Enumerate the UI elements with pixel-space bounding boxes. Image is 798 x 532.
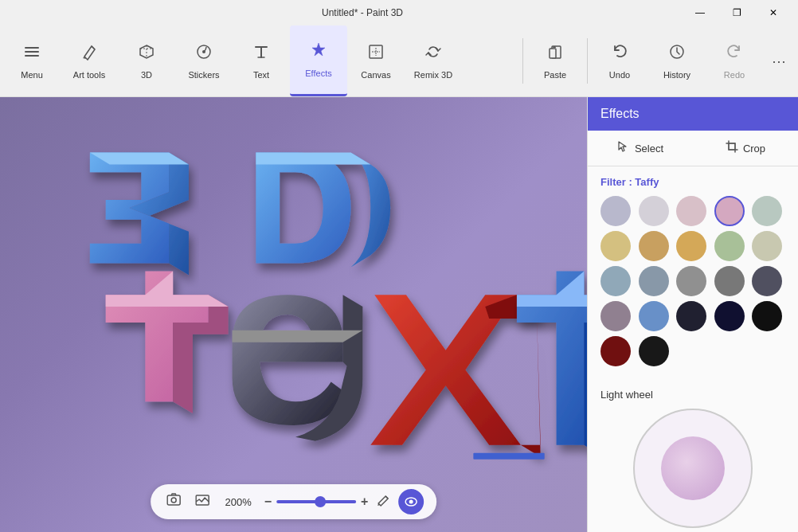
toolbar-item-text[interactable]: Text bbox=[233, 25, 290, 96]
svg-rect-10 bbox=[167, 495, 180, 505]
toolbar-item-canvas[interactable]: Canvas bbox=[347, 25, 405, 96]
effects-icon bbox=[310, 41, 327, 64]
panel-tools: Select Crop bbox=[588, 131, 798, 166]
menu-icon bbox=[23, 43, 41, 65]
minimize-button[interactable]: — bbox=[682, 0, 718, 25]
filter-swatch-6[interactable] bbox=[600, 231, 631, 261]
toolbar-item-history[interactable]: History bbox=[648, 25, 706, 96]
filter-section: Filter : Taffy bbox=[588, 166, 798, 379]
redo-icon bbox=[726, 43, 743, 65]
svg-point-11 bbox=[171, 498, 176, 503]
select-tool-icon bbox=[617, 140, 630, 156]
filter-swatch-12[interactable] bbox=[639, 266, 669, 296]
filter-grid bbox=[600, 196, 785, 366]
zoom-controls: − + bbox=[264, 495, 369, 509]
filter-swatch-5[interactable] bbox=[752, 196, 782, 226]
window-controls: — ❐ ✕ bbox=[682, 0, 792, 25]
zoom-slider[interactable] bbox=[276, 500, 356, 503]
filter-swatch-9[interactable] bbox=[714, 231, 745, 261]
toolbar-item-redo[interactable]: Redo bbox=[706, 25, 763, 96]
paste-icon bbox=[546, 43, 564, 65]
light-wheel-label: Light wheel bbox=[600, 389, 785, 401]
filter-swatch-2[interactable] bbox=[639, 196, 669, 226]
filter-swatch-22[interactable] bbox=[639, 336, 669, 366]
undo-icon bbox=[611, 43, 628, 65]
toolbar-item-3d[interactable]: 3D bbox=[118, 25, 175, 96]
filter-swatch-17[interactable] bbox=[639, 301, 669, 331]
select-tool-button[interactable]: Select bbox=[588, 131, 693, 166]
main-area: 200% − + bbox=[0, 97, 798, 532]
more-icon: ⋯ bbox=[772, 53, 786, 70]
filter-swatch-4[interactable] bbox=[714, 196, 745, 226]
toolbar-item-paste[interactable]: Paste bbox=[526, 25, 584, 96]
art-tools-label: Art tools bbox=[73, 70, 105, 80]
toolbar-item-remix3d[interactable]: Remix 3D bbox=[405, 25, 462, 96]
panel-header: Effects bbox=[588, 97, 798, 131]
light-wheel[interactable] bbox=[633, 409, 753, 528]
toolbar-item-menu[interactable]: Menu bbox=[3, 25, 61, 96]
pencil-edit-button[interactable] bbox=[376, 493, 390, 510]
crop-tool-button[interactable]: Crop bbox=[693, 131, 798, 166]
crop-tool-icon bbox=[726, 140, 738, 156]
image-view-button[interactable] bbox=[192, 491, 213, 512]
toolbar-item-art-tools[interactable]: Art tools bbox=[61, 25, 118, 96]
titlebar: Untitled* - Paint 3D — ❐ ✕ bbox=[0, 0, 798, 25]
text-icon bbox=[252, 43, 270, 65]
filter-swatch-10[interactable] bbox=[752, 231, 782, 261]
artwork-svg bbox=[0, 97, 587, 532]
stickers-label: Stickers bbox=[188, 70, 219, 80]
filter-swatch-7[interactable] bbox=[639, 231, 669, 261]
filter-label: Filter : Taffy bbox=[600, 176, 785, 188]
svg-rect-15 bbox=[729, 143, 735, 150]
zoom-in-button[interactable]: + bbox=[361, 495, 368, 509]
select-tool-label: Select bbox=[635, 143, 663, 155]
history-label: History bbox=[663, 70, 690, 80]
main-toolbar: Menu Art tools 3D bbox=[0, 25, 798, 97]
filter-swatch-14[interactable] bbox=[714, 266, 745, 296]
zoom-out-button[interactable]: − bbox=[264, 495, 272, 509]
maximize-button[interactable]: ❐ bbox=[718, 0, 755, 25]
filter-swatch-13[interactable] bbox=[676, 266, 706, 296]
canvas-area[interactable]: 200% − + bbox=[0, 97, 587, 532]
filter-swatch-8[interactable] bbox=[676, 231, 706, 261]
stickers-icon bbox=[195, 43, 213, 65]
light-wheel-section: Light wheel bbox=[588, 379, 798, 532]
remix3d-label: Remix 3D bbox=[414, 70, 452, 80]
toolbar-item-more[interactable]: ⋯ bbox=[763, 25, 795, 96]
toolbar-item-effects[interactable]: Effects bbox=[290, 25, 347, 96]
filter-swatch-1[interactable] bbox=[600, 196, 631, 226]
filter-swatch-21[interactable] bbox=[600, 336, 631, 366]
redo-label: Redo bbox=[724, 70, 745, 80]
filter-swatch-15[interactable] bbox=[752, 266, 782, 296]
window-title: Untitled* - Paint 3D bbox=[43, 7, 682, 18]
filter-swatch-18[interactable] bbox=[676, 301, 706, 331]
light-wheel-inner bbox=[661, 436, 725, 500]
zoom-slider-thumb bbox=[315, 496, 326, 507]
canvas-label: Canvas bbox=[361, 70, 390, 80]
svg-point-4 bbox=[202, 50, 205, 53]
crop-tool-label: Crop bbox=[743, 143, 765, 155]
filter-swatch-20[interactable] bbox=[752, 301, 782, 331]
text-label: Text bbox=[253, 70, 269, 80]
3d-label: 3D bbox=[141, 70, 152, 80]
eye-button[interactable] bbox=[398, 489, 424, 514]
filter-active-name: Taffy bbox=[635, 176, 659, 188]
art-tools-icon bbox=[80, 43, 98, 65]
filter-swatch-3[interactable] bbox=[676, 196, 706, 226]
paste-label: Paste bbox=[544, 70, 566, 80]
svg-rect-9 bbox=[473, 453, 544, 460]
toolbar-item-stickers[interactable]: Stickers bbox=[175, 25, 233, 96]
toolbar-item-undo[interactable]: Undo bbox=[591, 25, 648, 96]
screenshot-button[interactable] bbox=[163, 491, 184, 512]
remix3d-icon bbox=[424, 43, 442, 65]
filter-swatch-16[interactable] bbox=[600, 301, 631, 331]
3d-icon bbox=[138, 43, 155, 65]
filter-swatch-11[interactable] bbox=[600, 266, 631, 296]
effects-label: Effects bbox=[305, 68, 331, 78]
right-panel: Effects Select Crop bbox=[587, 97, 798, 532]
history-icon bbox=[668, 43, 686, 65]
svg-rect-2 bbox=[25, 55, 39, 57]
close-button[interactable]: ✕ bbox=[755, 0, 792, 25]
filter-swatch-19[interactable] bbox=[714, 301, 745, 331]
canvas-icon bbox=[367, 43, 385, 65]
